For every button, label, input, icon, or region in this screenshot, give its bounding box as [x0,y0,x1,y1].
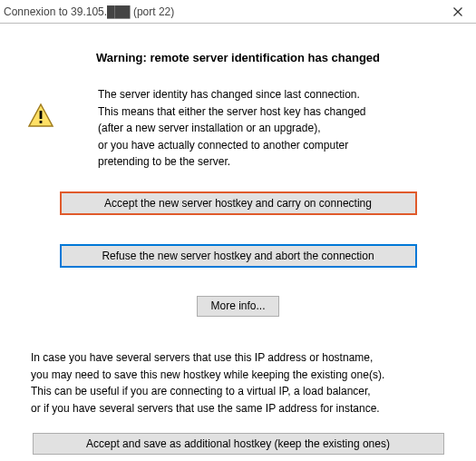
titlebar: Connexion to 39.105.███ (port 22) [0,0,476,24]
more-info-button[interactable]: More info... [197,296,278,317]
warning-icon [27,103,54,131]
sec-line1: In case you have several servers that us… [31,351,373,364]
moreinfo-button-row: More info... [31,296,445,317]
sec-line4: or if you have several servers that use … [31,402,380,415]
msg-line3: (after a new server installation or an u… [98,122,320,134]
window-title: Connexion to 39.105.███ (port 22) [4,5,440,18]
sec-line2: you may need to save this new hostkey wh… [31,368,384,381]
msg-line1: The server identity has changed since la… [98,88,360,101]
svg-rect-3 [40,111,43,119]
secondary-text: In case you have several servers that us… [31,349,445,417]
sec-line3: This can be useful if you are connecting… [31,385,371,397]
close-button[interactable] [440,0,476,24]
message-row: The server identity has changed since la… [27,86,445,171]
close-icon [453,7,462,16]
svg-rect-4 [40,121,43,123]
refuse-button[interactable]: Refuse the new server hostkey and abort … [61,245,416,267]
accept-button-row: Accept the new server hostkey and carry … [31,192,445,214]
accept-save-button-row: Accept and save as additional hostkey (k… [31,433,445,455]
msg-line2: This means that either the server host k… [98,105,366,118]
dialog-content: Warning: remote server identification ha… [0,24,476,461]
accept-save-button[interactable]: Accept and save as additional hostkey (k… [33,433,444,455]
warning-heading: Warning: remote server identification ha… [31,51,445,64]
accept-button[interactable]: Accept the new server hostkey and carry … [61,192,416,214]
msg-line5: pretending to be the server. [98,155,230,168]
msg-line4: or you have actually connected to anothe… [98,139,348,152]
refuse-button-row: Refuse the new server hostkey and abort … [31,245,445,267]
message-text: The server identity has changed since la… [98,86,445,171]
